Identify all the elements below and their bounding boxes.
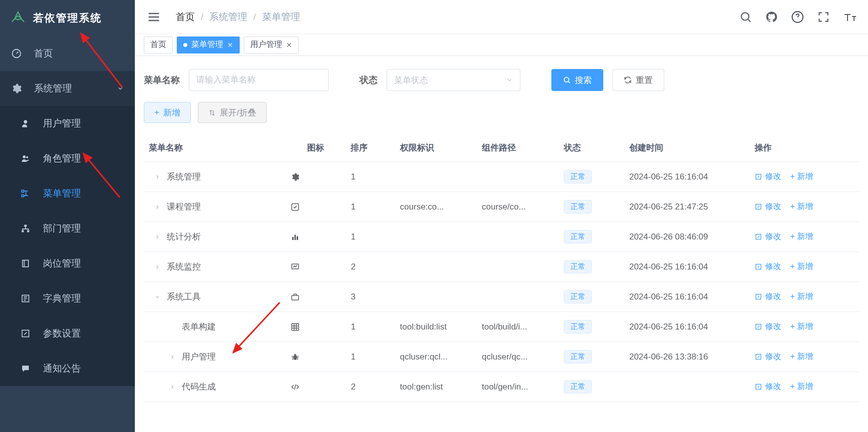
tree-expand-icon[interactable]	[154, 204, 161, 210]
sidebar-item-users[interactable]: 用户管理	[0, 106, 135, 141]
tree-expand-icon[interactable]	[154, 264, 161, 270]
add-link[interactable]: + 新增	[790, 322, 813, 332]
edit-link[interactable]: 修改	[755, 292, 781, 302]
book-icon	[20, 293, 31, 304]
menu-name-cell: 系统监控	[167, 261, 201, 272]
sidebar-menu: 首页 系统管理 用户管理 角色管理 菜单管理 部门管理	[0, 36, 135, 432]
tree-expand-icon[interactable]	[154, 294, 161, 300]
comp-cell	[477, 282, 559, 312]
comp-cell	[477, 222, 559, 252]
fontsize-icon[interactable]	[843, 10, 856, 24]
sidebar-item-dict[interactable]: 字典管理	[0, 281, 135, 316]
sidebar-item-home[interactable]: 首页	[0, 36, 135, 71]
tab-user[interactable]: 用户管理 ✕	[244, 36, 299, 54]
edit-link[interactable]: 修改	[755, 232, 781, 242]
github-icon[interactable]	[765, 10, 778, 24]
tab-label: 用户管理	[250, 40, 282, 50]
sidebar-item-notice[interactable]: 通知公告	[0, 351, 135, 386]
add-link[interactable]: + 新增	[790, 232, 813, 242]
menu-name-cell: 系统管理	[167, 171, 201, 182]
status-badge: 正常	[564, 320, 592, 334]
add-link[interactable]: + 新增	[790, 262, 813, 272]
status-badge: 正常	[564, 200, 592, 214]
time-cell	[624, 372, 750, 402]
breadcrumb-sep: /	[253, 12, 256, 22]
edit-link[interactable]: 修改	[755, 202, 781, 212]
people-icon	[20, 153, 31, 164]
svg-point-3	[26, 156, 28, 158]
status-select[interactable]: 菜单状态	[387, 69, 520, 91]
sidebar-item-config[interactable]: 参数设置	[0, 316, 135, 351]
edit-link[interactable]: 修改	[755, 172, 781, 182]
post-icon	[20, 258, 31, 269]
breadcrumb: 首页 / 系统管理 / 菜单管理	[176, 10, 300, 24]
add-link[interactable]: + 新增	[790, 172, 813, 182]
comp-cell: qcluser/qc...	[477, 342, 559, 372]
hamburger-icon[interactable]	[147, 10, 161, 24]
add-link[interactable]: + 新增	[790, 352, 813, 362]
edit-link[interactable]: 修改	[755, 322, 781, 332]
user-icon	[20, 118, 31, 129]
help-icon[interactable]	[791, 10, 804, 24]
tree-expand-icon[interactable]	[169, 384, 176, 390]
th-perm: 权限标识	[395, 134, 477, 162]
svg-rect-9	[22, 260, 28, 266]
chevron-down-icon	[506, 76, 513, 84]
sidebar-item-system[interactable]: 系统管理	[0, 71, 135, 106]
tree-expand-icon[interactable]	[154, 234, 161, 240]
tree-expand-icon[interactable]	[154, 174, 161, 180]
breadcrumb-home[interactable]: 首页	[176, 10, 195, 24]
svg-point-2	[23, 156, 26, 158]
comp-cell	[477, 162, 559, 192]
sidebar-item-post[interactable]: 岗位管理	[0, 246, 135, 281]
tab-menu[interactable]: 菜单管理 ✕	[177, 36, 240, 54]
sort-cell: 1	[346, 342, 395, 372]
edit-link[interactable]: 修改	[755, 352, 781, 362]
menu-name-input[interactable]	[189, 69, 329, 91]
expand-collapse-button[interactable]: 展开/折叠	[198, 102, 267, 123]
add-link[interactable]: + 新增	[790, 382, 813, 392]
tabs-bar: 首页 菜单管理 ✕ 用户管理 ✕	[135, 34, 868, 56]
svg-point-12	[741, 12, 749, 20]
sidebar-item-label: 字典管理	[43, 292, 81, 305]
svg-rect-16	[292, 204, 299, 210]
sidebar: 若依管理系统 首页 系统管理 用户管理 角色管理 菜单管理	[0, 0, 135, 432]
add-link[interactable]: + 新增	[790, 202, 813, 212]
tab-home[interactable]: 首页	[144, 36, 173, 54]
table-row: 代码生成2tool:gen:listtool/gen/in...正常修改+ 新增	[144, 372, 859, 402]
menu-name-label: 菜单名称	[144, 74, 180, 86]
sidebar-item-dept[interactable]: 部门管理	[0, 211, 135, 246]
comp-cell: course/co...	[477, 192, 559, 222]
menu-name-cell: 系统工具	[167, 291, 201, 302]
table-row: 系统管理1正常2024-06-25 16:16:04修改+ 新增	[144, 162, 859, 192]
sidebar-item-label: 用户管理	[43, 117, 81, 130]
logo-area: 若依管理系统	[0, 0, 135, 36]
breadcrumb-sys[interactable]: 系统管理	[209, 10, 247, 24]
th-sort: 排序	[346, 134, 395, 162]
edit-link[interactable]: 修改	[755, 262, 781, 272]
perm-cell	[395, 162, 477, 192]
breadcrumb-menu: 菜单管理	[262, 10, 300, 24]
edit-link[interactable]: 修改	[755, 382, 781, 392]
logo-icon	[10, 11, 26, 25]
add-link[interactable]: + 新增	[790, 292, 813, 302]
close-icon[interactable]: ✕	[286, 41, 292, 49]
reset-button[interactable]: 重置	[612, 69, 664, 91]
sort-cell: 1	[346, 312, 395, 342]
sidebar-item-roles[interactable]: 角色管理	[0, 141, 135, 176]
add-button[interactable]: + 新增	[144, 102, 191, 123]
breadcrumb-sep: /	[201, 12, 203, 22]
time-cell: 2024-06-25 16:16:04	[624, 162, 750, 192]
search-button[interactable]: 搜索	[551, 69, 603, 91]
fullscreen-icon[interactable]	[817, 10, 830, 24]
button-label: 重置	[636, 74, 653, 86]
close-icon[interactable]: ✕	[227, 41, 233, 49]
sidebar-item-menus[interactable]: 菜单管理	[0, 176, 135, 211]
search-bar: 菜单名称 状态 菜单状态 搜索 重置	[144, 69, 859, 91]
search-icon[interactable]	[739, 10, 752, 24]
main-area: 首页 / 系统管理 / 菜单管理 首页 菜单管理 ✕	[135, 0, 868, 432]
th-ops: 操作	[750, 134, 859, 162]
th-name: 菜单名称	[144, 134, 286, 162]
tree-expand-icon[interactable]	[169, 354, 176, 360]
sidebar-item-label: 岗位管理	[43, 257, 81, 270]
